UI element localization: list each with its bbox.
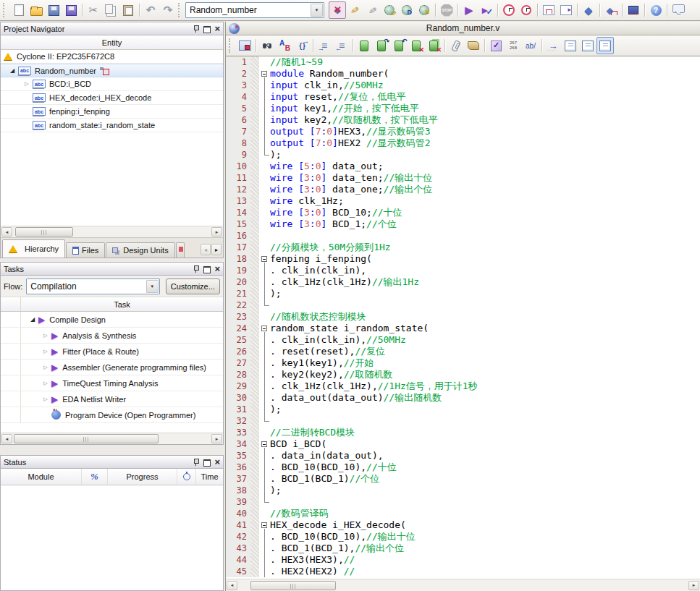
- code-line[interactable]: 19. clk_in(clk_in),: [226, 265, 700, 276]
- rtl-viewer-icon[interactable]: [329, 1, 346, 19]
- code-line[interactable]: 3input clk_in,//50MHz: [226, 80, 700, 91]
- fold-box-icon[interactable]: [261, 522, 267, 528]
- toolbar-grip[interactable]: [229, 38, 233, 53]
- code-line[interactable]: 40//数码管译码: [226, 508, 700, 519]
- signaltap-icon[interactable]: [602, 1, 620, 19]
- netlist-viewer-icon[interactable]: [580, 1, 597, 19]
- tab-partial[interactable]: [176, 242, 185, 258]
- bookmark-icon[interactable]: [355, 37, 373, 54]
- entity-tree-item[interactable]: abcHEX_decode:i_HEX_decode: [1, 91, 223, 105]
- scrollbar-track[interactable]: [237, 581, 688, 590]
- code-line[interactable]: 36. BCD_10(BCD_10),//十位: [226, 462, 700, 473]
- code-line[interactable]: 14wire [3:0] BCD_10;//十位: [226, 207, 700, 218]
- code-line[interactable]: 21);: [226, 288, 700, 299]
- bookmark-next-icon[interactable]: [373, 37, 390, 54]
- code-line[interactable]: 22: [226, 299, 700, 311]
- code-line[interactable]: 38);: [226, 485, 700, 496]
- code-line[interactable]: 43. BCD_1(BCD_1),//输出个位: [226, 543, 700, 554]
- code-line[interactable]: 24random_state i_random_state(: [226, 323, 700, 334]
- close-icon[interactable]: ×: [214, 25, 220, 33]
- code-line[interactable]: 5input key1,//开始，按下低电平: [226, 103, 700, 114]
- column-progress[interactable]: Progress: [108, 469, 177, 485]
- close-icon[interactable]: ×: [214, 459, 220, 466]
- collapse-arrow-icon[interactable]: ◢: [7, 67, 18, 74]
- close-icon[interactable]: ×: [214, 265, 220, 273]
- entity-combo[interactable]: Random_number ▼: [185, 2, 324, 18]
- tab-files[interactable]: Files: [66, 242, 105, 258]
- task-tree-item[interactable]: Program Device (Open Programmer): [1, 407, 223, 423]
- code-line[interactable]: 9);: [226, 149, 700, 161]
- bookmark-prev-icon[interactable]: [390, 37, 408, 54]
- insert-template-icon[interactable]: [236, 37, 253, 54]
- expand-arrow-icon[interactable]: ▷: [21, 81, 33, 87]
- sim-run-icon[interactable]: [557, 1, 575, 19]
- macro-icon[interactable]: [465, 37, 482, 54]
- collapse-arrow-icon[interactable]: ◢: [27, 316, 38, 323]
- pin-planner-icon[interactable]: [346, 1, 363, 19]
- code-line[interactable]: 45. HEX2(HEX2) //: [226, 566, 700, 577]
- scrollbar-thumb[interactable]: [15, 227, 73, 237]
- comment-note-icon[interactable]: [487, 37, 505, 54]
- feedback-icon[interactable]: [670, 1, 687, 19]
- save-all-icon[interactable]: [62, 1, 80, 19]
- code-line[interactable]: 28. key2(key2),//取随机数: [226, 369, 700, 380]
- fold-collapse-icon[interactable]: [259, 68, 270, 80]
- customize-button[interactable]: Customize...: [166, 279, 220, 294]
- task-tree-item[interactable]: ▷▶Assembler (Generate programming files): [1, 360, 223, 375]
- pin-icon[interactable]: [193, 265, 200, 273]
- float-icon[interactable]: [203, 265, 211, 273]
- cut-icon[interactable]: [85, 1, 102, 19]
- attach-icon[interactable]: [447, 37, 465, 54]
- fold-box-icon[interactable]: [261, 441, 267, 447]
- code-line[interactable]: 32: [226, 415, 700, 427]
- column-time-icon[interactable]: [177, 469, 196, 485]
- expand-arrow-icon[interactable]: ▷: [40, 365, 51, 370]
- fold-collapse-icon[interactable]: [259, 519, 270, 531]
- scrollbar-track[interactable]: [12, 434, 211, 443]
- scrollbar-track[interactable]: [12, 227, 211, 237]
- entity-tree-item[interactable]: ▷abcBCD:i_BCD: [1, 77, 223, 91]
- code-line[interactable]: 17//分频模块，50M分频到1Hz: [226, 242, 700, 253]
- code-line[interactable]: 16: [226, 230, 700, 242]
- code-editor[interactable]: 1//随机1~592module Random_number(3input cl…: [226, 56, 700, 579]
- code-line[interactable]: 30. data_out(data_out)//输出随机数: [226, 392, 700, 404]
- code-line[interactable]: 1//随机1~59: [226, 56, 700, 68]
- code-line[interactable]: 29. clk_1Hz(clk_1Hz),//1Hz信号，用于计1秒: [226, 380, 700, 392]
- code-line[interactable]: 39: [226, 496, 700, 508]
- expand-arrow-icon[interactable]: ▷: [40, 349, 51, 354]
- editor-hscrollbar[interactable]: ◂ ▸: [226, 579, 700, 591]
- tab-scroll-left-icon[interactable]: ◂: [201, 244, 211, 255]
- code-line[interactable]: 42. BCD_10(BCD_10),//输出十位: [226, 531, 700, 543]
- bookmark-clear-all-icon[interactable]: [425, 37, 442, 54]
- chip-planner-icon[interactable]: [363, 1, 381, 19]
- code-line[interactable]: 35. data_in(data_out),: [226, 450, 700, 462]
- task-tree-item[interactable]: ▷▶TimeQuest Timing Analysis: [1, 375, 223, 391]
- task-tree-item[interactable]: ▷▶EDA Netlist Writer: [1, 391, 223, 407]
- task-column-header[interactable]: Task: [1, 297, 223, 312]
- expand-arrow-icon[interactable]: ▷: [40, 380, 51, 386]
- task-tree-item[interactable]: ◢▶Compile Design: [1, 312, 223, 328]
- task-tree-item[interactable]: ▷▶Fitter (Place & Route): [1, 344, 223, 360]
- navigator-hscrollbar[interactable]: ◂ ▸: [1, 226, 223, 237]
- replace-icon[interactable]: [276, 37, 293, 54]
- code-line[interactable]: 15wire [3:0] BCD_1;//个位: [226, 218, 700, 230]
- code-line[interactable]: 2module Random_number(: [226, 68, 700, 80]
- column-percent[interactable]: %: [82, 469, 108, 485]
- code-line[interactable]: 44. HEX3(HEX3),//: [226, 554, 700, 566]
- tab-design-units[interactable]: Design Units: [106, 242, 174, 258]
- view-doc1-icon[interactable]: [562, 37, 579, 54]
- code-line[interactable]: 13wire clk_1Hz;: [226, 195, 700, 207]
- code-line[interactable]: 18fenping i_fenping(: [226, 253, 700, 265]
- code-line[interactable]: 31);: [226, 404, 700, 415]
- brace-icon[interactable]: [293, 37, 311, 54]
- tasks-hscrollbar[interactable]: ◂ ▸: [1, 433, 223, 444]
- undo-icon[interactable]: [142, 1, 159, 19]
- code-line[interactable]: 8output [7:0]HEX2 //显示数码管2: [226, 137, 700, 149]
- task-tree-item[interactable]: ▷▶Analysis & Synthesis: [1, 328, 223, 344]
- line-numbers-icon[interactable]: [505, 37, 522, 54]
- timing-analyzer-icon[interactable]: [518, 1, 535, 19]
- stop-icon[interactable]: [438, 1, 455, 19]
- code-line[interactable]: 34BCD i_BCD(: [226, 438, 700, 450]
- float-icon[interactable]: [203, 25, 211, 33]
- scroll-left-icon[interactable]: ◂: [227, 581, 237, 590]
